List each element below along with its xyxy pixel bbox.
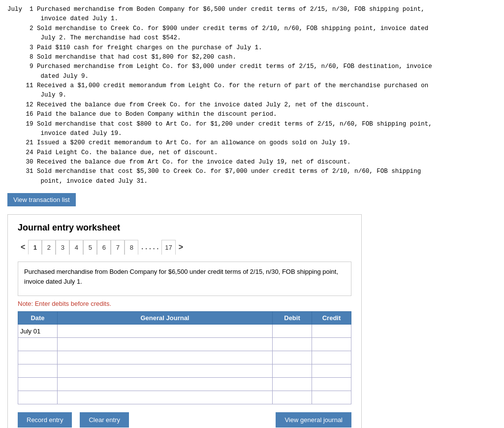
tab-2[interactable]: 2 [42, 240, 56, 255]
credit-cell-0[interactable] [312, 325, 351, 338]
tab-dots: ..... [138, 244, 161, 251]
tab-navigation: < 1 2 3 4 5 6 7 8 ..... 17 > [18, 240, 351, 255]
tab-next-arrow[interactable]: > [176, 241, 186, 254]
action-buttons: Record entry Clear entry View general jo… [18, 412, 351, 428]
tab-6[interactable]: 6 [97, 240, 111, 255]
journal-input-5[interactable] [60, 392, 270, 403]
date-cell-3 [18, 364, 58, 378]
problem-text: July 1 Purchased merchandise from Boden … [7, 5, 497, 186]
debit-input-0[interactable] [275, 326, 310, 336]
header-date: Date [18, 312, 58, 325]
worksheet-title: Journal entry worksheet [18, 223, 351, 233]
clear-entry-button[interactable]: Clear entry [80, 412, 129, 428]
journal-cell-4[interactable] [58, 378, 273, 391]
tab-8[interactable]: 8 [125, 240, 138, 255]
journal-table: Date General Journal Debit Credit July 0… [18, 311, 351, 404]
journal-cell-5[interactable] [58, 391, 273, 404]
header-credit: Credit [312, 312, 351, 325]
tab-5[interactable]: 5 [83, 240, 97, 255]
credit-input-1[interactable] [314, 339, 349, 350]
date-cell-5 [18, 391, 58, 404]
journal-cell-1[interactable] [58, 338, 273, 351]
credit-input-4[interactable] [314, 379, 349, 390]
credit-cell-1[interactable] [312, 338, 351, 351]
credit-cell-4[interactable] [312, 378, 351, 391]
date-cell-2 [18, 351, 58, 364]
header-debit: Debit [273, 312, 312, 325]
tab-7[interactable]: 7 [111, 240, 125, 255]
debit-cell-1[interactable] [273, 338, 312, 351]
debit-cell-4[interactable] [273, 378, 312, 391]
tab-3[interactable]: 3 [56, 240, 69, 255]
journal-cell-3[interactable] [58, 364, 273, 378]
tab-4[interactable]: 4 [69, 240, 83, 255]
credit-input-3[interactable] [314, 365, 349, 376]
date-cell-1 [18, 338, 58, 351]
date-cell-0: July 01 [18, 325, 58, 338]
debit-cell-0[interactable] [273, 325, 312, 338]
debit-input-4[interactable] [275, 379, 310, 390]
debit-input-1[interactable] [275, 339, 310, 350]
credit-input-0[interactable] [314, 326, 349, 336]
journal-input-0[interactable] [60, 326, 270, 336]
worksheet-container: Journal entry worksheet < 1 2 3 4 5 6 7 … [7, 214, 362, 428]
journal-input-4[interactable] [60, 379, 270, 390]
date-cell-4 [18, 378, 58, 391]
debit-input-3[interactable] [275, 365, 310, 376]
debit-input-2[interactable] [275, 352, 310, 363]
debit-cell-2[interactable] [273, 351, 312, 364]
journal-input-2[interactable] [60, 352, 270, 363]
tab-1[interactable]: 1 [28, 240, 42, 255]
note-text: Note: Enter debits before credits. [18, 300, 351, 307]
transaction-description: Purchased merchandise from Boden Company… [18, 262, 351, 296]
header-journal: General Journal [58, 312, 273, 325]
credit-input-2[interactable] [314, 352, 349, 363]
debit-input-5[interactable] [275, 392, 310, 403]
tab-17[interactable]: 17 [161, 240, 175, 255]
view-transaction-button[interactable]: View transaction list [7, 193, 76, 206]
credit-cell-3[interactable] [312, 364, 351, 378]
view-general-journal-button[interactable]: View general journal [276, 412, 351, 428]
journal-input-3[interactable] [60, 365, 270, 376]
debit-cell-3[interactable] [273, 364, 312, 378]
journal-input-1[interactable] [60, 339, 270, 350]
journal-cell-0[interactable] [58, 325, 273, 338]
credit-input-5[interactable] [314, 392, 349, 403]
tab-prev-arrow[interactable]: < [18, 241, 28, 254]
credit-cell-2[interactable] [312, 351, 351, 364]
record-entry-button[interactable]: Record entry [18, 412, 72, 428]
credit-cell-5[interactable] [312, 391, 351, 404]
journal-cell-2[interactable] [58, 351, 273, 364]
debit-cell-5[interactable] [273, 391, 312, 404]
